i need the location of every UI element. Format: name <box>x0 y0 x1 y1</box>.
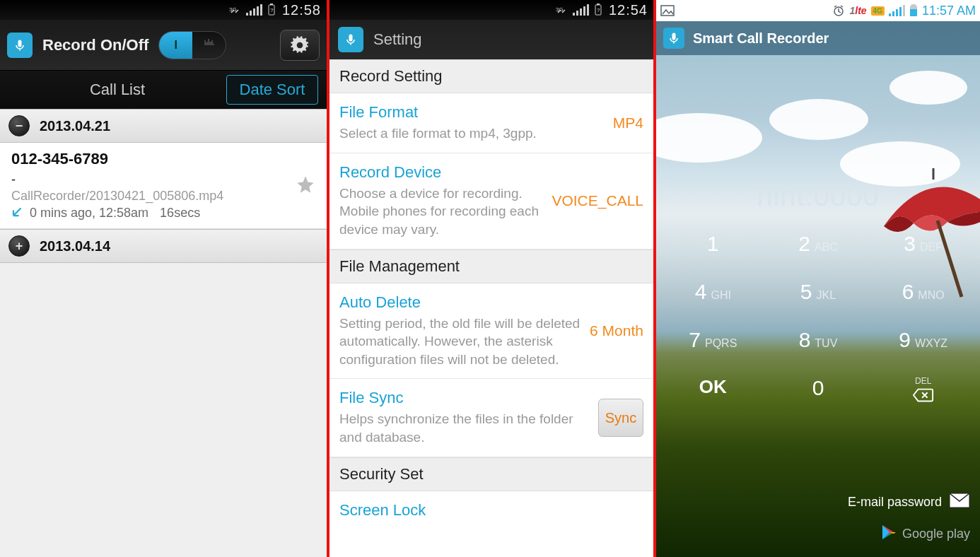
sync-button[interactable]: Sync <box>598 399 643 437</box>
value-file-format: MP4 <box>613 115 643 131</box>
key-8[interactable]: 8TUV <box>766 328 871 352</box>
list-subbar: Call List Date Sort <box>0 71 327 109</box>
expand-icon[interactable]: + <box>8 235 30 257</box>
section-file: File Management <box>329 250 653 283</box>
svg-rect-10 <box>597 4 600 5</box>
svg-text:?: ? <box>597 7 600 13</box>
star-button[interactable] <box>296 175 315 197</box>
battery-icon: ? <box>593 4 603 16</box>
file-path: CallRecorder/20130421_005806.mp4 <box>11 189 296 204</box>
mic-icon <box>7 33 33 58</box>
section-record: Record Setting <box>329 59 653 93</box>
svg-rect-16 <box>910 9 917 16</box>
mic-icon <box>338 27 363 52</box>
group-header[interactable]: + 2013.04.14 <box>0 229 327 263</box>
clock: 11:57 AM <box>922 4 976 18</box>
signal-icon <box>889 5 905 16</box>
row-auto-delete[interactable]: Auto Delete Setting period, the old file… <box>329 283 653 380</box>
clock: 12:58 <box>282 2 321 18</box>
key-ok[interactable]: OK <box>660 376 766 403</box>
svg-rect-6 <box>208 39 209 45</box>
row-screen-lock[interactable]: Screen Lock <box>329 491 653 529</box>
screen-call-list: 3G ? 12:58 Record On/Off I <box>0 0 327 557</box>
toolbar: Record On/Off I <box>0 20 327 71</box>
call-groups: − 2013.04.21 012-345-6789 - CallRecorder… <box>0 109 327 557</box>
svg-rect-12 <box>349 35 353 42</box>
toolbar-title: Record On/Off <box>42 36 148 54</box>
svg-rect-17 <box>911 4 916 6</box>
key-0[interactable]: 0 <box>766 376 871 403</box>
row-file-sync: File Sync Helps synchronize the files in… <box>329 379 653 457</box>
group-header[interactable]: − 2013.04.21 <box>0 109 327 143</box>
timeago: 0 mins ago, 12:58am <box>30 206 148 221</box>
statusbar: 3G ? 12:58 <box>0 0 327 20</box>
svg-rect-5 <box>204 40 206 45</box>
statusbar: 1lte 4G 11:57 AM <box>656 0 980 21</box>
key-9[interactable]: 9WXYZ <box>870 328 976 352</box>
call-row[interactable]: 012-345-6789 - CallRecorder/20130421_005… <box>0 143 327 229</box>
key-2[interactable]: 2ABC <box>766 232 871 256</box>
network-3g-icon: 3G <box>229 4 242 16</box>
incoming-icon <box>11 205 24 221</box>
app-header: Smart Call Recorder <box>656 21 980 55</box>
play-icon <box>881 524 897 544</box>
svg-rect-4 <box>18 40 22 47</box>
statusbar: 3G ? 12:54 <box>329 0 653 20</box>
date-sort-button[interactable]: Date Sort <box>226 75 318 105</box>
clock: 12:54 <box>609 2 648 18</box>
key-4[interactable]: 4GHI <box>660 280 766 304</box>
key-6[interactable]: 6MNO <box>870 280 976 304</box>
svg-rect-2 <box>270 4 273 5</box>
email-password-link[interactable]: E-mail password <box>848 493 970 512</box>
row-file-format[interactable]: File Format Select a file format to mp4,… <box>329 93 653 153</box>
duration: 16secs <box>160 206 200 221</box>
svg-text:?: ? <box>270 7 274 13</box>
keypad: 1 2ABC 3DEF 4GHI 5JKL 6MNO 7PQRS 8TUV 9W… <box>660 232 976 403</box>
section-security: Security Set <box>329 457 653 491</box>
picture-icon <box>660 5 675 16</box>
key-delete[interactable]: DEL <box>870 376 976 403</box>
network-3g-icon: 3G <box>556 4 568 16</box>
key-1[interactable]: 1 <box>660 232 766 256</box>
value-record-device: VOICE_CALL <box>552 192 643 209</box>
row-record-device[interactable]: Record Device Choose a device for record… <box>329 153 653 250</box>
lte-icon: 1lte <box>849 5 866 16</box>
call-list-header: Call List <box>8 81 226 99</box>
settings-button[interactable] <box>280 30 320 61</box>
signal-icon <box>246 4 262 16</box>
fourg-icon: 4G <box>871 6 885 16</box>
key-5[interactable]: 5JKL <box>766 280 871 304</box>
key-3[interactable]: 3DEF <box>870 232 976 256</box>
alarm-icon <box>832 4 845 17</box>
mail-icon <box>949 493 970 512</box>
battery-icon: ? <box>267 4 276 16</box>
app-title: Smart Call Recorder <box>693 30 829 47</box>
hint-text: hint:0000 <box>656 180 980 212</box>
svg-rect-20 <box>672 33 676 40</box>
mic-icon <box>663 28 684 49</box>
toolbar: Setting <box>329 20 653 59</box>
phone-number: 012-345-6789 <box>11 150 296 168</box>
collapse-icon[interactable]: − <box>8 115 30 136</box>
google-play-badge[interactable]: Google play <box>881 524 970 544</box>
screen-lock: 1lte 4G 11:57 AM <box>656 0 980 557</box>
record-toggle[interactable]: I <box>158 31 226 59</box>
battery-icon <box>909 4 918 17</box>
toolbar-title: Setting <box>373 30 422 49</box>
svg-rect-7 <box>211 40 213 45</box>
value-auto-delete: 6 Month <box>590 322 643 339</box>
key-7[interactable]: 7PQRS <box>660 328 766 352</box>
screen-settings: 3G ? 12:54 Setting Record Setting File F… <box>329 0 653 557</box>
signal-icon <box>573 4 589 16</box>
